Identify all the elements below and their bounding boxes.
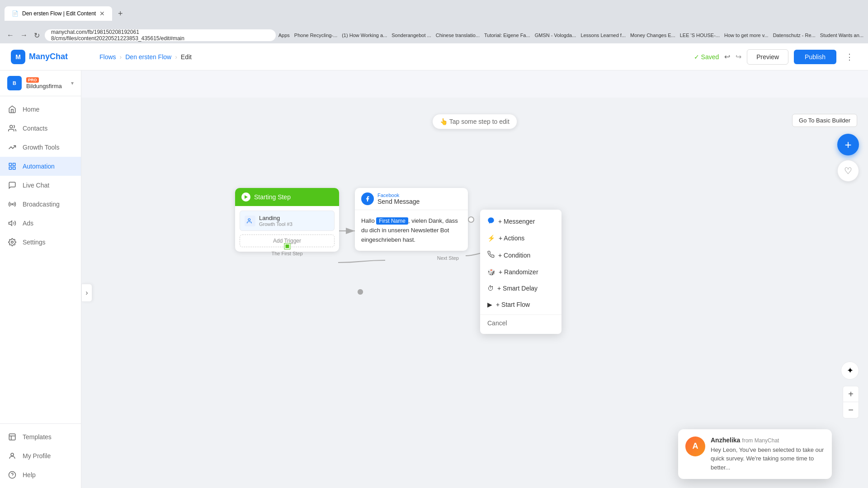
sidebar-label-automation: Automation: [23, 163, 55, 170]
bookmark-9[interactable]: LEE 'S HOUSE-...: [680, 33, 720, 38]
broadcasting-icon: [7, 199, 17, 209]
tab-close-icon[interactable]: ✕: [99, 10, 105, 17]
sidebar-bottom: Templates My Profile Help: [0, 423, 81, 488]
bookmark-11[interactable]: Datenschutz - Re...: [773, 33, 816, 38]
undo-button[interactable]: ↩: [724, 52, 730, 61]
sidebar-label-templates: Templates: [23, 433, 52, 441]
facebook-icon: [361, 192, 374, 205]
randomizer-icon: 🎲: [487, 268, 495, 276]
bookmark-12[interactable]: Student Wants an...: [820, 33, 863, 38]
bookmark-8[interactable]: Money Changes E...: [630, 33, 675, 38]
chat-avatar: A: [685, 436, 705, 456]
browser-tab[interactable]: 📄 Den ersten Flow | Edit Content ✕: [5, 6, 112, 21]
bookmark-2[interactable]: (1) How Working a...: [342, 33, 387, 38]
sidebar-item-growth-tools[interactable]: Growth Tools: [0, 138, 81, 157]
chat-widget[interactable]: A Anzhelika from ManyChat Hey Leon, You'…: [678, 429, 832, 479]
refresh-button[interactable]: ↻: [32, 30, 42, 41]
more-options-button[interactable]: ⋮: [842, 50, 857, 64]
workspace-name: Bildungsfirma: [26, 83, 66, 89]
sidebar-nav: Home Contacts Growth Tools Automation Li…: [0, 96, 81, 423]
browser-chrome: 📄 Den ersten Flow | Edit Content ✕ +: [0, 0, 868, 27]
start-flow-label: + Start Flow: [496, 301, 530, 308]
fb-node-header: Facebook Send Message: [355, 188, 468, 210]
sidebar-item-automation[interactable]: Automation: [0, 157, 81, 176]
svg-rect-1: [9, 163, 11, 165]
browser-addressbar[interactable]: manychat.com/fb/198150208192061 8/cms/fi…: [45, 29, 276, 41]
zoom-out-button[interactable]: −: [843, 402, 859, 418]
forward-button[interactable]: →: [18, 30, 30, 41]
bookmark-4[interactable]: Chinese translatio...: [436, 33, 480, 38]
dropdown-actions[interactable]: ⚡ + Actions: [480, 230, 561, 246]
bookmark-7[interactable]: Lessons Learned f...: [580, 33, 626, 38]
redo-button[interactable]: ↪: [736, 52, 741, 61]
workspace-selector[interactable]: B PRO Bildungsfirma ▾: [0, 70, 81, 96]
logo-text: ManyChat: [29, 52, 68, 61]
ai-button[interactable]: ✦: [841, 361, 859, 380]
randomizer-label: + Randomizer: [499, 268, 538, 276]
dropdown-smart-delay[interactable]: ⏱ + Smart Delay: [480, 280, 561, 296]
sidebar-label-help: Help: [23, 471, 36, 479]
check-icon: ✓: [694, 53, 699, 61]
svg-point-9: [11, 453, 14, 456]
dropdown-messenger[interactable]: + Messenger: [480, 212, 561, 230]
dropdown-randomizer[interactable]: 🎲 + Randomizer: [480, 264, 561, 280]
dropdown-cancel[interactable]: Cancel: [480, 314, 561, 331]
logo[interactable]: M ManyChat: [11, 50, 92, 64]
smart-delay-icon: ⏱: [487, 285, 494, 292]
fb-node-body: Hallo First Name, vielen Dank, dass du d…: [355, 210, 468, 251]
breadcrumb-current: Edit: [181, 53, 192, 61]
sidebar-item-broadcasting[interactable]: Broadcasting: [0, 195, 81, 214]
sidebar-item-templates[interactable]: Templates: [0, 427, 81, 446]
publish-button[interactable]: Publish: [794, 50, 836, 64]
bookmark-1[interactable]: Phone Recycling-...: [294, 33, 337, 38]
back-button[interactable]: ←: [5, 30, 16, 41]
settings-icon: [7, 237, 17, 247]
saved-badge: ✓ Saved: [694, 53, 719, 61]
fb-message-node[interactable]: Facebook Send Message Hallo First Name, …: [355, 188, 468, 251]
sidebar-item-settings[interactable]: Settings: [0, 233, 81, 252]
sidebar-item-contacts[interactable]: Contacts: [0, 119, 81, 138]
next-step-connector: [468, 216, 474, 223]
heart-icon: ♡: [844, 165, 852, 176]
sidebar-item-home[interactable]: Home: [0, 100, 81, 119]
svg-rect-2: [13, 163, 15, 165]
add-step-button[interactable]: +: [837, 134, 859, 155]
breadcrumb-flows[interactable]: Flows: [99, 53, 116, 61]
zoom-in-button[interactable]: +: [843, 386, 859, 402]
chat-from: from ManyChat: [742, 437, 779, 444]
bookmark-3[interactable]: Sonderangebot ...: [392, 33, 431, 38]
bookmark-5[interactable]: Tutorial: Eigene Fa...: [484, 33, 530, 38]
chat-name: Anzhelika: [711, 436, 740, 444]
svg-marker-14: [245, 195, 248, 199]
preview-button[interactable]: Preview: [747, 49, 788, 65]
svg-rect-8: [9, 434, 15, 440]
sidebar-item-live-chat[interactable]: Live Chat: [0, 176, 81, 195]
bookmark-10[interactable]: How to get more v...: [724, 33, 769, 38]
dropdown-condition[interactable]: + Condition: [480, 246, 561, 264]
svg-point-12: [358, 289, 363, 295]
go-basic-builder-button[interactable]: Go To Basic Builder: [792, 114, 857, 127]
starting-step-title: Starting Step: [254, 193, 291, 201]
favorites-button[interactable]: ♡: [837, 160, 859, 182]
trigger-item[interactable]: Landing Growth Tool #3: [240, 211, 335, 231]
bookmark-6[interactable]: GMSN - Vologda...: [535, 33, 576, 38]
svg-point-15: [248, 218, 250, 221]
starting-step-node[interactable]: Starting Step Landing Growth Tool #3 Add…: [235, 188, 339, 252]
logo-icon: M: [11, 50, 25, 64]
sidebar-toggle-button[interactable]: ›: [81, 284, 92, 302]
sidebar-label-growth-tools: Growth Tools: [23, 144, 59, 151]
breadcrumb-flow-name[interactable]: Den ersten Flow: [125, 53, 171, 61]
dropdown-start-flow[interactable]: ▶ + Start Flow: [480, 296, 561, 313]
sidebar-item-help[interactable]: Help: [0, 465, 81, 484]
main-canvas[interactable]: 👆 Tap some step to edit Go To Basic Buil…: [81, 98, 868, 488]
sidebar-item-ads[interactable]: Ads: [0, 214, 81, 233]
fb-platform: Facebook: [377, 192, 420, 198]
chat-message: Hey Leon, You've been selected to take o…: [711, 446, 825, 472]
ads-icon: [7, 218, 17, 228]
sidebar-item-my-profile[interactable]: My Profile: [0, 446, 81, 465]
bookmark-apps[interactable]: Apps: [278, 33, 290, 38]
sidebar-label-broadcasting: Broadcasting: [23, 201, 60, 208]
sidebar-label-ads: Ads: [23, 220, 33, 227]
browser-bookmarks: Apps Phone Recycling-... (1) How Working…: [278, 33, 863, 38]
new-tab-button[interactable]: +: [115, 8, 126, 19]
